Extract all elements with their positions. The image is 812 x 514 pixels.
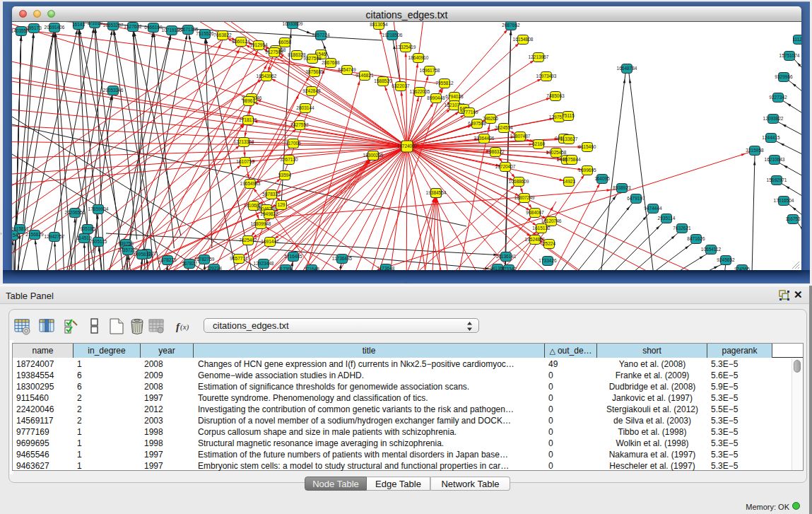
svg-text:21364436: 21364436: [474, 136, 495, 141]
svg-text:16154808: 16154808: [513, 37, 534, 42]
svg-text:16782759: 16782759: [194, 257, 215, 262]
svg-text:317006: 317006: [286, 141, 301, 146]
svg-text:12213967: 12213967: [529, 54, 549, 59]
svg-text:12213363: 12213363: [234, 139, 254, 144]
svg-text:1699695: 1699695: [578, 168, 596, 173]
svg-text:17016504: 17016504: [774, 198, 794, 203]
svg-text:924565: 924565: [734, 267, 750, 270]
svg-text:7986322: 7986322: [486, 149, 505, 154]
svg-text:7357224: 7357224: [312, 33, 330, 37]
svg-text:17859934: 17859934: [88, 206, 109, 211]
svg-text:7955812: 7955812: [435, 81, 454, 86]
svg-text:939758: 939758: [118, 241, 134, 246]
svg-text:1133627: 1133627: [560, 136, 578, 141]
svg-text:16143: 16143: [72, 22, 85, 27]
svg-text:905185: 905185: [80, 226, 95, 231]
svg-text:6794028: 6794028: [445, 94, 464, 99]
svg-text:2087662: 2087662: [502, 23, 520, 28]
svg-text:15720407: 15720407: [495, 164, 516, 169]
svg-text:53594: 53594: [278, 173, 291, 177]
svg-text:66058: 66058: [278, 40, 291, 45]
svg-text:7632621: 7632621: [673, 226, 691, 230]
svg-text:10973493: 10973493: [536, 74, 557, 78]
svg-text:8471626: 8471626: [687, 236, 705, 241]
svg-text:129234: 129234: [206, 266, 222, 270]
svg-text:10807487: 10807487: [510, 134, 531, 139]
svg-text:1588520: 1588520: [374, 78, 392, 83]
svg-text:15692971: 15692971: [767, 177, 787, 182]
svg-text:7485063: 7485063: [546, 93, 565, 98]
svg-text:18807249: 18807249: [514, 195, 535, 200]
svg-text:746266: 746266: [483, 116, 498, 121]
svg-text:571648: 571648: [304, 267, 319, 270]
svg-text:8427552: 8427552: [290, 122, 309, 127]
svg-text:16210643: 16210643: [765, 157, 785, 162]
svg-text:10653287: 10653287: [103, 23, 124, 28]
svg-text:2156829: 2156829: [25, 232, 44, 237]
svg-text:991541: 991541: [12, 233, 20, 238]
svg-text:9146821: 9146821: [355, 73, 374, 78]
svg-text:1095812: 1095812: [133, 252, 151, 257]
svg-text:6497568: 6497568: [468, 121, 486, 126]
svg-text:18724007: 18724007: [397, 144, 418, 148]
svg-text:173342: 173342: [501, 267, 517, 270]
svg-text:75115: 75115: [562, 113, 575, 118]
svg-text:18300295: 18300295: [363, 153, 384, 158]
svg-text:6479197: 6479197: [627, 196, 645, 201]
svg-text:129: 129: [278, 202, 286, 207]
svg-text:10025458: 10025458: [546, 150, 567, 155]
svg-text:20691406: 20691406: [45, 25, 65, 30]
svg-text:2935114: 2935114: [658, 216, 676, 221]
svg-text:62160: 62160: [532, 141, 545, 146]
svg-text:6466160: 6466160: [144, 25, 163, 30]
svg-text:10688609: 10688609: [509, 179, 529, 184]
svg-text:5716485: 5716485: [284, 254, 302, 259]
svg-text:1678275: 1678275: [158, 257, 177, 262]
svg-text:7663822: 7663822: [213, 33, 232, 37]
svg-text:1610753: 1610753: [236, 159, 254, 164]
svg-text:9327508: 9327508: [303, 56, 322, 61]
svg-text:13325419: 13325419: [396, 45, 416, 49]
svg-text:16033809: 16033809: [283, 22, 303, 26]
svg-text:5878335: 5878335: [262, 192, 281, 197]
svg-text:8813054: 8813054: [370, 22, 388, 27]
svg-text:8186328: 8186328: [288, 52, 306, 57]
svg-text:6322037: 6322037: [392, 83, 410, 88]
svg-text:1691447: 1691447: [261, 239, 279, 244]
svg-text:11126: 11126: [792, 37, 801, 42]
svg-text:16809948: 16809948: [251, 221, 271, 226]
svg-text:9575844: 9575844: [563, 157, 581, 162]
svg-text:167827: 167827: [182, 261, 197, 266]
svg-text:117364: 117364: [278, 267, 293, 270]
svg-text:9684067: 9684067: [526, 210, 544, 215]
svg-text:1733426: 1733426: [539, 258, 557, 263]
svg-text:1173648: 1173648: [377, 266, 395, 270]
svg-text:19384554: 19384554: [426, 190, 447, 195]
svg-text:98961: 98961: [242, 98, 255, 103]
svg-text:20206556: 20206556: [65, 210, 86, 215]
svg-text:1527602: 1527602: [124, 24, 142, 29]
svg-text:3624554: 3624554: [495, 125, 513, 130]
svg-text:9474444: 9474444: [644, 206, 662, 211]
svg-text:9227342: 9227342: [769, 95, 787, 100]
svg-text:8990448: 8990448: [427, 95, 445, 100]
svg-text:164095: 164095: [594, 176, 610, 181]
svg-text:19218506: 19218506: [382, 33, 403, 37]
svg-text:9245652: 9245652: [717, 257, 735, 262]
svg-text:11736485: 11736485: [332, 256, 353, 261]
svg-text:15751074: 15751074: [779, 53, 800, 58]
svg-text:3915811: 3915811: [12, 226, 29, 231]
svg-text:18640910: 18640910: [408, 55, 429, 60]
svg-text:29053346: 29053346: [103, 88, 124, 93]
svg-text:8660124: 8660124: [232, 39, 250, 44]
svg-text:9242848: 9242848: [302, 88, 321, 93]
svg-text:3912954: 3912954: [249, 42, 268, 47]
svg-text:10654112: 10654112: [701, 247, 722, 252]
svg-text:171019: 171019: [87, 22, 102, 25]
svg-text:7625402: 7625402: [239, 238, 257, 243]
svg-text:(x): (x): [180, 322, 189, 332]
svg-text:995173: 995173: [26, 25, 42, 30]
svg-text:16543962: 16543962: [257, 74, 277, 78]
svg-text:13622035: 13622035: [410, 89, 430, 94]
svg-text:1615132: 1615132: [532, 226, 551, 230]
